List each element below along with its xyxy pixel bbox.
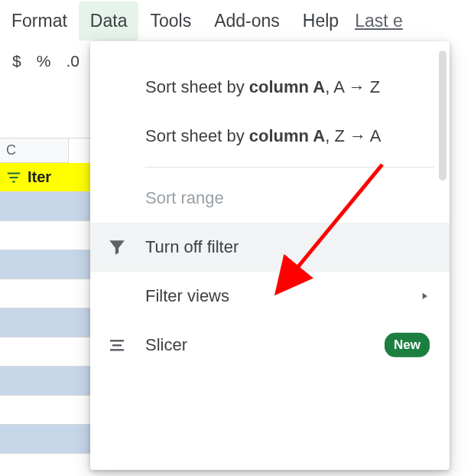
menu-tools[interactable]: Tools: [138, 2, 203, 41]
menu-sort-desc[interactable]: Sort sheet by column A, Z → A: [90, 112, 450, 161]
menu-data[interactable]: Data: [79, 2, 139, 41]
filtered-header-label: Iter: [28, 168, 51, 186]
menu-divider: [145, 167, 434, 168]
new-badge: New: [385, 333, 430, 357]
menu-sort-range-label: Sort range: [145, 185, 224, 211]
menu-help[interactable]: Help: [291, 2, 350, 41]
column-header-c[interactable]: C: [0, 139, 69, 163]
menu-addons[interactable]: Add-ons: [203, 2, 291, 41]
submenu-arrow-icon: [419, 283, 430, 309]
menu-slicer-label: Slicer: [145, 332, 187, 358]
menu-filter-views[interactable]: Filter views: [90, 272, 450, 321]
menu-sort-asc[interactable]: Sort sheet by column A, A → Z: [90, 63, 450, 112]
toolbar-decimal[interactable]: .0: [58, 52, 87, 70]
filter-icon[interactable]: [0, 169, 28, 186]
menu-turn-off-filter[interactable]: Turn off filter: [90, 223, 450, 272]
data-menu-dropdown: Sort sheet by column A, A → Z Sort sheet…: [90, 41, 450, 470]
menubar: Format Data Tools Add-ons Help Last e: [0, 0, 474, 41]
menu-sort-range: Sort range: [90, 174, 450, 223]
menu-turn-off-filter-label: Turn off filter: [145, 234, 239, 260]
filter-funnel-icon: [106, 236, 128, 259]
menu-sort-asc-label: Sort sheet by column A, A → Z: [145, 74, 380, 100]
menu-filter-views-label: Filter views: [145, 283, 229, 309]
menu-sort-desc-label: Sort sheet by column A, Z → A: [145, 123, 381, 149]
slicer-icon: [106, 334, 128, 357]
menu-format[interactable]: Format: [0, 2, 79, 41]
toolbar-percent[interactable]: %: [29, 52, 59, 70]
toolbar-currency[interactable]: $: [5, 52, 29, 70]
menu-slicer[interactable]: Slicer New: [90, 321, 450, 370]
last-edit-link[interactable]: Last e: [355, 2, 403, 41]
